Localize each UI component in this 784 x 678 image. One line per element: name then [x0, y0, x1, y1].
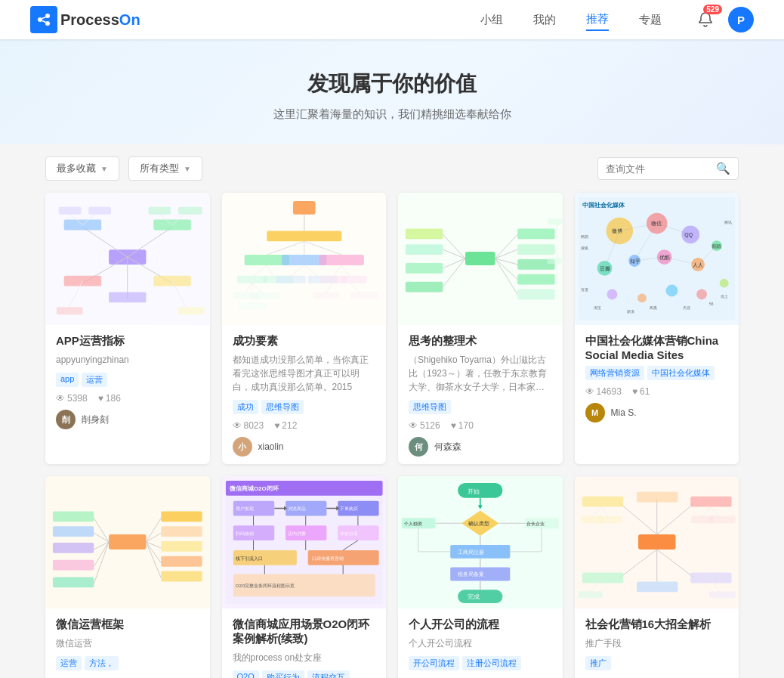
svg-rect-212 — [582, 497, 622, 507]
svg-rect-81 — [406, 282, 443, 293]
svg-rect-140 — [53, 511, 94, 522]
tag: 思维导图 — [409, 400, 451, 414]
author-avatar: 何 — [409, 437, 428, 457]
card-sikov-zhengli[interactable]: 思考的整理术 （Shigehiko Toyama）外山滋比古比（1923～）著，… — [398, 193, 563, 464]
card-4-body: 中国社会化媒体营销China Social Media Sites 网络营销资源… — [575, 325, 739, 430]
card-weixin-kuangjia[interactable]: 微信运营框架 微信运营 运营 方法， 👁 4330 ♥ 116 村 村建飞 — [45, 476, 210, 678]
svg-text:开始: 开始 — [468, 488, 480, 495]
view-count: 👁 5398 — [56, 393, 88, 404]
svg-rect-148 — [53, 577, 94, 587]
tag: 中国社会化媒体 — [647, 366, 715, 380]
svg-rect-83 — [548, 219, 563, 225]
svg-rect-77 — [406, 244, 443, 255]
card-5-title: 微信运营框架 — [56, 618, 199, 632]
notification-button[interactable]: 529 — [692, 6, 719, 33]
svg-text:个人独资: 个人独资 — [404, 522, 422, 526]
hero-section: 发现属于你的价值 这里汇聚着海量的知识，我们精挑细选奉献给你 — [0, 39, 784, 144]
svg-rect-142 — [53, 526, 94, 537]
card-7-body: 个人开公司的流程 个人开公司流程 开公司流程 注册公司流程 — [398, 608, 563, 678]
type-filter-button[interactable]: 所有类型 ▼ — [128, 156, 202, 181]
card-8-thumbnail — [575, 476, 739, 608]
nav-zhuanti[interactable]: 专题 — [639, 10, 662, 30]
card-1-body: APP运营指标 appyunyingzhinan app 运营 👁 5398 ♥… — [45, 325, 210, 437]
card-chenggong-yaosu[interactable]: 成功要素 都知道成功没那么简单，当你真正看完这张思维导图才真正可以明白，成功真没… — [222, 193, 387, 464]
card-3-meta: 👁 5126 ♥ 170 — [409, 420, 552, 431]
card-5-thumbnail — [45, 476, 210, 608]
sort-arrow-icon: ▼ — [100, 165, 108, 173]
card-1-tags: app 运营 — [56, 373, 199, 387]
author-name: 何森森 — [434, 441, 461, 454]
svg-rect-59 — [313, 292, 339, 299]
tag: O2O — [233, 670, 259, 678]
svg-text:浏览商品: 浏览商品 — [288, 506, 306, 511]
card-weixin-o2o[interactable]: 微信商城O2O闭环 — [222, 476, 387, 678]
tag: 思维导图 — [261, 400, 304, 414]
author-name: xiaolin — [258, 441, 284, 452]
main-nav: 小组 我的 推荐 专题 — [480, 9, 662, 31]
header-right: 529 P — [692, 6, 754, 33]
card-shehui-yingxiao[interactable]: 社会化营销16大招全解析 推广手段 推广 👁 3712 ♥ 141 元 元 — [575, 476, 739, 678]
svg-text:56: 56 — [708, 302, 713, 306]
tag: 注册公司流程 — [462, 656, 521, 670]
type-filter-label: 所有类型 — [140, 162, 179, 175]
svg-rect-17 — [109, 292, 146, 302]
search-icon[interactable]: 🔍 — [716, 162, 730, 175]
svg-rect-55 — [253, 292, 279, 299]
svg-rect-222 — [690, 573, 731, 584]
svg-rect-128 — [109, 534, 146, 550]
sort-filter-button[interactable]: 最多收藏 ▼ — [45, 156, 119, 181]
svg-rect-39 — [319, 255, 363, 265]
svg-text:搜狐: 搜狐 — [580, 246, 588, 250]
svg-rect-75 — [406, 228, 443, 239]
card-china-social[interactable]: 中国社会化媒体 微博 微信 QQ 豆瓣 知乎 优酷 人人 陌陌 — [575, 193, 739, 464]
svg-point-3 — [45, 21, 50, 26]
card-4-thumbnail: 中国社会化媒体 微博 微信 QQ 豆瓣 知乎 优酷 人人 陌陌 — [575, 193, 739, 325]
svg-rect-46 — [276, 276, 306, 283]
card-7-thumbnail: 开始 确认类型 工商局注册 税务局备案 完成 — [398, 476, 563, 608]
cards-grid: APP运营指标 appyunyingzhinan app 运营 👁 5398 ♥… — [0, 193, 784, 678]
svg-text:店内消费: 店内消费 — [288, 531, 306, 536]
hero-subtitle: 这里汇聚着海量的知识，我们精挑细选奉献给你 — [15, 107, 769, 122]
svg-rect-210 — [638, 534, 675, 550]
card-2-author: 小 xiaolin — [233, 437, 376, 457]
card-6-thumbnail: 微信商城O2O闭环 — [222, 476, 387, 608]
user-avatar[interactable]: P — [728, 7, 754, 33]
card-1-thumbnail — [45, 193, 210, 325]
svg-text:扫码核销: 扫码核销 — [234, 531, 253, 536]
view-count: 👁 8023 — [233, 420, 264, 431]
tag: 开公司流程 — [409, 656, 459, 670]
card-geren-kaigongsi[interactable]: 开始 确认类型 工商局注册 税务局备案 完成 — [398, 476, 563, 678]
type-arrow-icon: ▼ — [184, 165, 191, 173]
tag: 运营 — [56, 656, 82, 670]
svg-rect-214 — [637, 492, 678, 503]
card-4-author: M Mia S. — [585, 403, 729, 423]
svg-rect-0 — [35, 11, 53, 29]
svg-rect-134 — [161, 541, 202, 552]
svg-text:用户发现: 用户发现 — [235, 506, 253, 511]
svg-rect-51 — [341, 276, 367, 283]
svg-rect-31 — [292, 201, 315, 215]
card-app-yunying[interactable]: APP运营指标 appyunyingzhinan app 运营 👁 5398 ♥… — [45, 193, 210, 464]
nav-tuijian[interactable]: 推荐 — [586, 9, 609, 31]
card-2-meta: 👁 8023 ♥ 212 — [233, 420, 376, 431]
card-3-title: 思考的整理术 — [409, 334, 552, 348]
main-header: ProcessOn 小组 我的 推荐 专题 529 P — [0, 0, 784, 39]
svg-rect-33 — [267, 231, 341, 241]
tag: 方法， — [85, 656, 119, 670]
nav-xiaozu[interactable]: 小组 — [480, 10, 503, 30]
svg-rect-218 — [582, 573, 622, 584]
svg-point-106 — [637, 293, 647, 302]
card-4-title: 中国社会化媒体营销China Social Media Sites — [585, 334, 729, 361]
svg-rect-226 — [598, 515, 621, 523]
svg-rect-61 — [350, 292, 379, 299]
nav-wode[interactable]: 我的 — [533, 10, 556, 30]
svg-rect-85 — [548, 258, 563, 264]
svg-text:凤凰: 凤凰 — [649, 306, 656, 310]
hero-title: 发现属于你的价值 — [15, 70, 769, 98]
logo[interactable]: ProcessOn — [30, 6, 140, 33]
tag: 网络营销资源 — [585, 366, 644, 380]
search-input[interactable] — [606, 163, 711, 175]
svg-text:淘宝: 淘宝 — [593, 305, 600, 310]
svg-rect-27 — [57, 307, 83, 314]
card-8-subdesc: 推广手段 — [585, 636, 729, 650]
